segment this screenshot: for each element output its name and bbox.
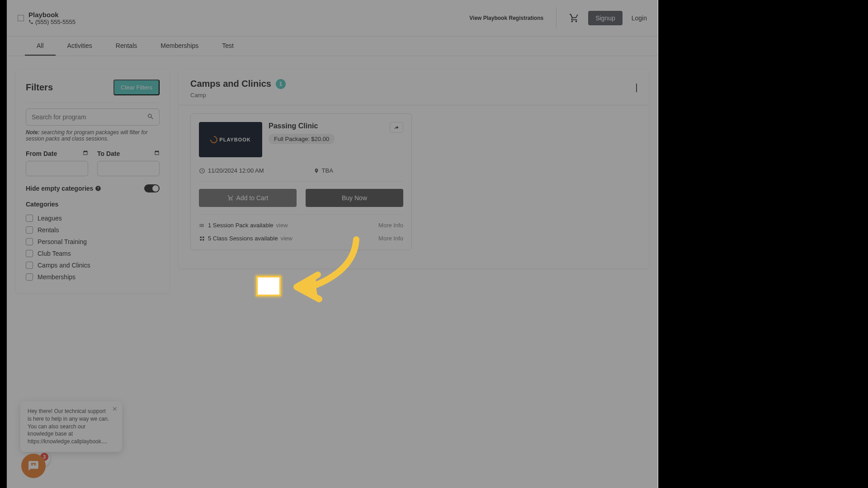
chat-text: Hey there! Our technical support is here… <box>28 408 109 445</box>
share-button[interactable] <box>390 122 403 133</box>
add-to-cart-button[interactable]: Add to Cart <box>199 189 297 207</box>
close-icon[interactable]: ✕ <box>112 405 118 414</box>
help-icon[interactable]: ? <box>95 185 101 192</box>
hide-empty-toggle[interactable] <box>144 184 160 192</box>
divider <box>26 103 160 103</box>
count-badge: 1 <box>276 79 286 89</box>
tab-activities[interactable]: Activities <box>56 37 104 56</box>
session-pack-text: 1 Session Pack available <box>208 222 274 229</box>
header-right: View Playbook Registrations Signup Login <box>469 7 647 29</box>
more-info-link[interactable]: More Info <box>378 222 403 229</box>
category-leagues[interactable]: Leagues <box>26 212 160 224</box>
category-club-teams[interactable]: Club Teams <box>26 248 160 259</box>
tab-test[interactable]: Test <box>210 37 245 56</box>
hide-empty-label: Hide empty categories <box>26 185 93 192</box>
filters-title: Filters <box>26 82 53 93</box>
category-camps-clinics[interactable]: Camps and Clinics <box>26 259 160 271</box>
svg-point-3 <box>199 224 200 225</box>
divider <box>179 105 649 105</box>
brand: Playbook (555) 555-5555 <box>18 11 75 25</box>
date-meta: 11/20/2024 12:00 AM <box>199 167 264 174</box>
phone-number: (555) 555-5555 <box>35 19 75 25</box>
chat-popup: ✕ Hey there! Our technical support is he… <box>20 401 122 452</box>
clear-filters-button[interactable]: Clear Filters <box>113 80 160 95</box>
svg-rect-9 <box>203 239 204 241</box>
from-date-label: From Date <box>26 150 57 157</box>
cart-icon[interactable] <box>569 13 579 23</box>
tabs: All Activities Rentals Memberships Test <box>7 37 658 56</box>
filters-panel: Filters Clear Filters Note: searching fo… <box>16 70 170 293</box>
tab-all[interactable]: All <box>25 37 56 56</box>
search-icon[interactable] <box>147 113 154 122</box>
category-memberships[interactable]: Memberships <box>26 271 160 283</box>
checkbox[interactable] <box>26 226 33 234</box>
category-personal-training[interactable]: Personal Training <box>26 236 160 248</box>
section-title: Camps and Clinics <box>190 79 271 89</box>
tab-memberships[interactable]: Memberships <box>149 37 210 56</box>
brand-logo-icon <box>18 15 24 21</box>
price-chip: Full Package: $20.00 <box>269 134 335 144</box>
header: Playbook (555) 555-5555 View Playbook Re… <box>7 0 658 37</box>
calendar-icon <box>154 150 160 157</box>
login-link[interactable]: Login <box>632 14 647 22</box>
more-info-link[interactable]: More Info <box>378 235 403 242</box>
note-label: Note: <box>26 129 40 136</box>
to-date-label: To Date <box>97 150 120 157</box>
program-image: PLAYBOOK <box>199 122 262 157</box>
search-input[interactable] <box>26 108 160 126</box>
brand-name: Playbook <box>28 11 75 19</box>
checkbox[interactable] <box>26 238 33 245</box>
class-sessions-text: 5 Class Sessions available <box>208 235 278 242</box>
location-text: TBA <box>322 167 333 174</box>
checkbox[interactable] <box>26 273 33 281</box>
svg-rect-6 <box>200 236 202 238</box>
pin-icon <box>314 168 319 174</box>
categories-title: Categories <box>26 201 160 208</box>
search-note: Note: searching for program packages wil… <box>26 129 160 142</box>
checkbox[interactable] <box>26 250 33 257</box>
divider <box>556 7 557 29</box>
svg-text:?: ? <box>97 187 99 191</box>
phone-icon <box>28 19 33 24</box>
checkbox[interactable] <box>26 215 33 222</box>
chat-button[interactable] <box>21 454 46 478</box>
checkbox[interactable] <box>26 262 33 269</box>
annotation-arrow-icon <box>284 235 365 307</box>
buy-now-button[interactable]: Buy Now <box>306 189 403 207</box>
class-sessions-info: 5 Class Sessions available view <box>199 235 292 242</box>
svg-rect-7 <box>203 236 204 238</box>
session-pack-view-link[interactable]: view <box>276 222 288 229</box>
calendar-icon <box>83 150 88 157</box>
to-date-input[interactable] <box>97 161 160 176</box>
date-text: 11/20/2024 12:00 AM <box>208 167 264 174</box>
class-sessions-icon <box>199 236 205 241</box>
svg-point-4 <box>199 225 200 226</box>
logo-text: PLAYBOOK <box>219 137 250 142</box>
tab-rentals[interactable]: Rentals <box>104 37 149 56</box>
annotation-highlight <box>256 276 281 296</box>
from-date-input[interactable] <box>26 161 88 176</box>
location-meta: TBA <box>314 167 333 174</box>
section-subtitle: Camp <box>190 92 286 99</box>
svg-rect-8 <box>200 239 202 241</box>
content-panel: Camps and Clinics 1 Camp PLAYBOOK <box>179 70 649 268</box>
brand-phone: (555) 555-5555 <box>28 19 75 25</box>
view-registrations-link[interactable]: View Playbook Registrations <box>469 15 543 21</box>
svg-point-5 <box>199 226 200 227</box>
session-pack-info: 1 Session Pack available view <box>199 222 288 229</box>
clock-icon <box>199 168 205 174</box>
divider <box>199 181 403 182</box>
category-rentals[interactable]: Rentals <box>26 224 160 236</box>
note-text: searching for program packages will filt… <box>26 129 147 142</box>
signup-button[interactable]: Signup <box>588 11 623 25</box>
session-pack-icon <box>199 223 205 228</box>
divider <box>199 214 403 215</box>
program-title: Passing Clinic <box>269 122 335 130</box>
program-card: PLAYBOOK Passing Clinic Full Package: $2… <box>190 113 412 250</box>
chevron-up-icon[interactable] <box>636 84 637 93</box>
